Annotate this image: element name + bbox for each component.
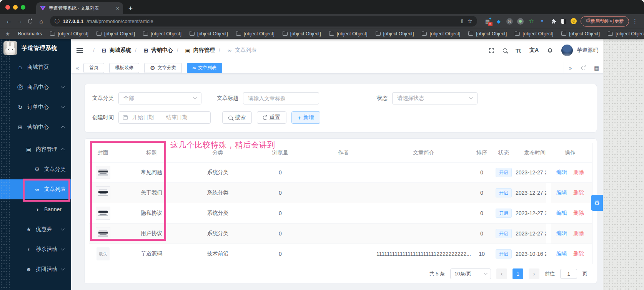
tabs-scroll-right-icon[interactable]: [564, 62, 577, 73]
delete-link[interactable]: 删除: [573, 250, 584, 257]
prev-page-button[interactable]: [496, 268, 507, 279]
bookmark-folder[interactable]: [object Object]: [190, 31, 228, 36]
extension-green-dot-icon[interactable]: [517, 18, 524, 25]
font-size-icon[interactable]: Tt: [516, 47, 521, 54]
delete-link[interactable]: 删除: [573, 210, 584, 217]
folder-icon: [190, 32, 195, 36]
bookmark-folder[interactable]: [object Object]: [143, 31, 181, 36]
bookmark-folder[interactable]: [object Object]: [468, 31, 507, 36]
extension-dark-mode-icon[interactable]: [561, 19, 566, 24]
layout-grid-icon[interactable]: [590, 62, 603, 73]
folder-icon: [515, 32, 520, 36]
bookmark-folder[interactable]: [object Object]: [236, 31, 275, 36]
notification-bell-icon[interactable]: [547, 47, 553, 53]
bookmark-star-icon[interactable]: [468, 18, 473, 25]
user-avatar[interactable]: [561, 45, 573, 56]
page-size-select[interactable]: 10条/页: [450, 268, 491, 279]
tabs-scroll-left-icon[interactable]: [76, 65, 79, 71]
share-icon[interactable]: [460, 18, 464, 25]
window-close-button[interactable]: [5, 5, 10, 10]
fullscreen-icon[interactable]: [489, 48, 494, 53]
bookmark-folder[interactable]: [object Object]: [97, 31, 135, 36]
extension-command-icon[interactable]: [506, 18, 513, 25]
edit-link[interactable]: 编辑: [556, 169, 567, 176]
delete-link[interactable]: 删除: [573, 169, 584, 176]
add-button[interactable]: 新增: [291, 111, 320, 124]
bookmark-folder[interactable]: [object Object]: [422, 31, 460, 36]
sidebar-menu-item[interactable]: 商城首页: [0, 57, 71, 77]
category-select[interactable]: 全部: [118, 92, 201, 104]
breadcrumb-item[interactable]: 内容管理: [173, 47, 215, 54]
bookmark-folder[interactable]: [object Object]: [561, 31, 600, 36]
reset-button[interactable]: 重置: [257, 111, 286, 124]
window-minimize-button[interactable]: [13, 5, 18, 10]
breadcrumb-item[interactable]: 文章列表: [215, 47, 257, 54]
page-tab[interactable]: 文章分类: [144, 63, 181, 73]
new-tab-button[interactable]: [128, 4, 133, 13]
browser-menu-icon[interactable]: [630, 18, 640, 25]
delete-link[interactable]: 删除: [573, 189, 584, 196]
page-tab[interactable]: 文章列表: [187, 63, 223, 73]
edit-link[interactable]: 编辑: [556, 250, 567, 257]
bookmark-folder[interactable]: [object Object]: [376, 31, 414, 36]
page-tab[interactable]: 首页: [83, 63, 104, 73]
restart-update-button[interactable]: 重新启动即可更新: [581, 16, 629, 27]
browser-tab[interactable]: 芋道管理系统 - 文章列表: [36, 2, 123, 14]
bookmark-folder[interactable]: [object Object]: [515, 31, 553, 36]
site-info-icon[interactable]: [55, 18, 60, 25]
sidebar-menu-item[interactable]: 拼团活动: [0, 259, 71, 279]
extension-star-icon[interactable]: [528, 18, 535, 25]
views-cell: 0: [250, 169, 311, 176]
forward-icon[interactable]: [15, 16, 25, 26]
sort-cell: 0: [472, 169, 492, 176]
window-zoom-button[interactable]: [21, 5, 25, 10]
breadcrumb-item[interactable]: 营销中心: [131, 47, 173, 54]
sidebar-menu-item[interactable]: 内容管理: [0, 139, 71, 159]
back-icon[interactable]: [4, 16, 14, 26]
sidebar-menu-item[interactable]: Banner: [0, 199, 71, 219]
search-button[interactable]: 搜索: [222, 111, 252, 124]
search-icon[interactable]: [503, 48, 507, 53]
breadcrumb-item[interactable]: 商城系统: [89, 47, 131, 54]
browser-home-icon[interactable]: [36, 16, 46, 26]
bookmark-folder[interactable]: [object Object]: [283, 31, 321, 36]
sidebar-item-label: 秒杀活动: [36, 246, 57, 253]
bookmark-folder[interactable]: [object Object]: [329, 31, 368, 36]
sidebar-menu-item[interactable]: 营销中心: [0, 117, 71, 137]
sidebar-collapse-icon[interactable]: [77, 48, 83, 53]
delete-link[interactable]: 删除: [573, 230, 584, 237]
translate-icon[interactable]: 文A: [529, 47, 539, 54]
sidebar-menu-item[interactable]: 文章分类: [0, 159, 71, 179]
sidebar-menu-item[interactable]: 订单中心: [0, 97, 71, 117]
edit-link[interactable]: 编辑: [556, 189, 567, 196]
sidebar-menu-item[interactable]: 优惠券: [0, 219, 71, 239]
extension-chevrons-icon[interactable]: [539, 18, 546, 25]
bookmark-folder[interactable]: [object Object]: [50, 31, 88, 36]
next-page-button[interactable]: [529, 268, 539, 279]
tabs-bar-actions: [564, 62, 603, 73]
date-range-input[interactable]: 开始日期 – 结束日期: [118, 111, 211, 124]
title-input[interactable]: [243, 92, 319, 104]
settings-drawer-button[interactable]: [591, 195, 603, 211]
status-select[interactable]: 请选择状态: [392, 92, 478, 104]
calendar-icon: [123, 115, 128, 120]
bookmark-folder[interactable]: [object Object]: [608, 31, 644, 36]
edit-link[interactable]: 编辑: [556, 230, 567, 237]
extension-emoji-icon[interactable]: [571, 18, 577, 24]
page-tab[interactable]: 模板装修: [109, 63, 139, 73]
extension-grid-icon[interactable]: 6: [484, 18, 491, 25]
sidebar-menu-item[interactable]: 文章列表: [0, 179, 71, 199]
current-page-button[interactable]: 1: [513, 268, 523, 279]
address-bar[interactable]: 127.0.0.1 /mall/promotion/content/articl…: [50, 16, 477, 27]
extensions-puzzle-icon[interactable]: [550, 18, 557, 25]
reload-icon[interactable]: [25, 16, 35, 26]
username[interactable]: 芋道源码: [577, 47, 598, 54]
goto-page-input[interactable]: [560, 269, 577, 279]
views-cell: 0: [250, 230, 311, 237]
sidebar-menu-item[interactable]: 商品中心: [0, 77, 71, 97]
sidebar-menu-item[interactable]: 秒杀活动: [0, 239, 71, 259]
refresh-page-icon[interactable]: [577, 62, 590, 73]
extension-kite-icon[interactable]: [495, 18, 502, 25]
edit-link[interactable]: 编辑: [556, 210, 567, 217]
tab-close-icon[interactable]: [116, 5, 119, 12]
